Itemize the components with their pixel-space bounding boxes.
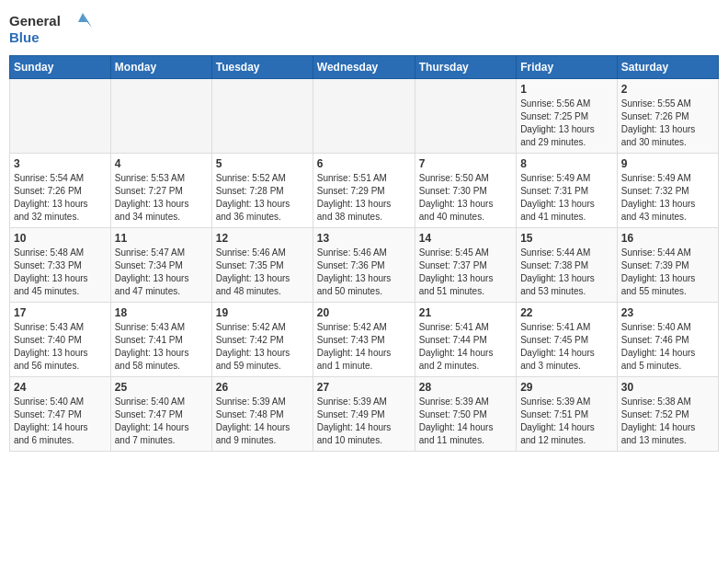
svg-text:General: General [9,13,61,29]
day-info: Sunrise: 5:43 AM Sunset: 7:41 PM Dayligh… [115,321,208,373]
day-number: 22 [520,306,613,319]
calendar-week-row: 10Sunrise: 5:48 AM Sunset: 7:33 PM Dayli… [10,228,719,303]
calendar-cell: 22Sunrise: 5:41 AM Sunset: 7:45 PM Dayli… [517,303,618,377]
day-number: 29 [520,381,613,394]
day-number: 15 [520,232,613,245]
calendar-cell: 9Sunrise: 5:49 AM Sunset: 7:32 PM Daylig… [617,154,718,228]
day-number: 19 [216,306,309,319]
day-info: Sunrise: 5:43 AM Sunset: 7:40 PM Dayligh… [14,321,107,373]
svg-marker-3 [78,13,87,22]
day-info: Sunrise: 5:39 AM Sunset: 7:50 PM Dayligh… [419,396,512,447]
day-info: Sunrise: 5:49 AM Sunset: 7:31 PM Dayligh… [520,172,613,224]
day-number: 20 [317,306,411,319]
day-number: 23 [621,306,714,319]
day-number: 30 [621,381,714,394]
weekday-header-wednesday: Wednesday [313,56,415,79]
calendar-cell: 6Sunrise: 5:51 AM Sunset: 7:29 PM Daylig… [313,154,415,228]
day-info: Sunrise: 5:47 AM Sunset: 7:34 PM Dayligh… [115,247,208,298]
calendar-cell: 16Sunrise: 5:44 AM Sunset: 7:39 PM Dayli… [617,228,718,303]
day-number: 2 [621,83,714,96]
day-number: 8 [520,157,613,170]
day-info: Sunrise: 5:39 AM Sunset: 7:51 PM Dayligh… [520,396,613,447]
day-info: Sunrise: 5:46 AM Sunset: 7:35 PM Dayligh… [216,247,309,298]
calendar-cell: 11Sunrise: 5:47 AM Sunset: 7:34 PM Dayli… [110,228,211,303]
calendar-cell: 26Sunrise: 5:39 AM Sunset: 7:48 PM Dayli… [211,377,313,452]
day-info: Sunrise: 5:41 AM Sunset: 7:45 PM Dayligh… [520,321,613,373]
day-info: Sunrise: 5:44 AM Sunset: 7:38 PM Dayligh… [520,247,613,298]
calendar-cell: 3Sunrise: 5:54 AM Sunset: 7:26 PM Daylig… [10,154,111,228]
calendar-cell: 18Sunrise: 5:43 AM Sunset: 7:41 PM Dayli… [110,303,211,377]
calendar-cell: 12Sunrise: 5:46 AM Sunset: 7:35 PM Dayli… [211,228,313,303]
calendar-cell: 28Sunrise: 5:39 AM Sunset: 7:50 PM Dayli… [415,377,516,452]
day-number: 24 [14,381,107,394]
day-info: Sunrise: 5:39 AM Sunset: 7:48 PM Dayligh… [216,396,309,447]
day-info: Sunrise: 5:38 AM Sunset: 7:52 PM Dayligh… [621,396,714,447]
day-info: Sunrise: 5:45 AM Sunset: 7:37 PM Dayligh… [419,247,512,298]
day-number: 25 [115,381,208,394]
day-info: Sunrise: 5:39 AM Sunset: 7:49 PM Dayligh… [317,396,411,447]
calendar-table: SundayMondayTuesdayWednesdayThursdayFrid… [9,55,719,452]
calendar-cell: 21Sunrise: 5:41 AM Sunset: 7:44 PM Dayli… [415,303,516,377]
day-number: 18 [115,306,208,319]
calendar-cell: 2Sunrise: 5:55 AM Sunset: 7:26 PM Daylig… [617,79,718,154]
svg-text:Blue: Blue [9,29,40,45]
day-number: 28 [419,381,512,394]
logo-svg: General Blue [9,9,92,48]
calendar-cell: 20Sunrise: 5:42 AM Sunset: 7:43 PM Dayli… [313,303,415,377]
weekday-header-friday: Friday [517,56,618,79]
day-info: Sunrise: 5:46 AM Sunset: 7:36 PM Dayligh… [317,247,411,298]
weekday-header-monday: Monday [110,56,211,79]
page-header: General Blue [9,9,719,48]
day-info: Sunrise: 5:51 AM Sunset: 7:29 PM Dayligh… [317,172,411,224]
weekday-header-thursday: Thursday [415,56,516,79]
calendar-cell: 8Sunrise: 5:49 AM Sunset: 7:31 PM Daylig… [517,154,618,228]
calendar-cell: 7Sunrise: 5:50 AM Sunset: 7:30 PM Daylig… [415,154,516,228]
calendar-cell: 5Sunrise: 5:52 AM Sunset: 7:28 PM Daylig… [211,154,313,228]
calendar-cell: 27Sunrise: 5:39 AM Sunset: 7:49 PM Dayli… [313,377,415,452]
calendar-cell [10,79,111,154]
calendar-cell: 10Sunrise: 5:48 AM Sunset: 7:33 PM Dayli… [10,228,111,303]
day-info: Sunrise: 5:40 AM Sunset: 7:47 PM Dayligh… [115,396,208,447]
day-number: 14 [419,232,512,245]
day-info: Sunrise: 5:44 AM Sunset: 7:39 PM Dayligh… [621,247,714,298]
calendar-week-row: 17Sunrise: 5:43 AM Sunset: 7:40 PM Dayli… [10,303,719,377]
calendar-cell: 1Sunrise: 5:56 AM Sunset: 7:25 PM Daylig… [517,79,618,154]
day-info: Sunrise: 5:54 AM Sunset: 7:26 PM Dayligh… [14,172,107,224]
calendar-cell: 30Sunrise: 5:38 AM Sunset: 7:52 PM Dayli… [617,377,718,452]
calendar-cell: 23Sunrise: 5:40 AM Sunset: 7:46 PM Dayli… [617,303,718,377]
day-info: Sunrise: 5:42 AM Sunset: 7:43 PM Dayligh… [317,321,411,373]
day-number: 21 [419,306,512,319]
calendar-cell [110,79,211,154]
day-info: Sunrise: 5:52 AM Sunset: 7:28 PM Dayligh… [216,172,309,224]
day-info: Sunrise: 5:50 AM Sunset: 7:30 PM Dayligh… [419,172,512,224]
day-info: Sunrise: 5:56 AM Sunset: 7:25 PM Dayligh… [520,98,613,149]
calendar-cell: 13Sunrise: 5:46 AM Sunset: 7:36 PM Dayli… [313,228,415,303]
day-info: Sunrise: 5:40 AM Sunset: 7:47 PM Dayligh… [14,396,107,447]
day-number: 27 [317,381,411,394]
weekday-header-tuesday: Tuesday [211,56,313,79]
calendar-week-row: 3Sunrise: 5:54 AM Sunset: 7:26 PM Daylig… [10,154,719,228]
day-number: 3 [14,157,107,170]
calendar-cell: 24Sunrise: 5:40 AM Sunset: 7:47 PM Dayli… [10,377,111,452]
weekday-header-sunday: Sunday [10,56,111,79]
day-number: 13 [317,232,411,245]
weekday-header-saturday: Saturday [617,56,718,79]
calendar-week-row: 1Sunrise: 5:56 AM Sunset: 7:25 PM Daylig… [10,79,719,154]
day-number: 9 [621,157,714,170]
calendar-cell: 19Sunrise: 5:42 AM Sunset: 7:42 PM Dayli… [211,303,313,377]
day-info: Sunrise: 5:41 AM Sunset: 7:44 PM Dayligh… [419,321,512,373]
day-number: 12 [216,232,309,245]
day-info: Sunrise: 5:42 AM Sunset: 7:42 PM Dayligh… [216,321,309,373]
day-info: Sunrise: 5:49 AM Sunset: 7:32 PM Dayligh… [621,172,714,224]
calendar-cell: 14Sunrise: 5:45 AM Sunset: 7:37 PM Dayli… [415,228,516,303]
day-number: 17 [14,306,107,319]
calendar-cell [211,79,313,154]
calendar-cell [313,79,415,154]
day-info: Sunrise: 5:55 AM Sunset: 7:26 PM Dayligh… [621,98,714,149]
calendar-cell: 15Sunrise: 5:44 AM Sunset: 7:38 PM Dayli… [517,228,618,303]
calendar-cell: 29Sunrise: 5:39 AM Sunset: 7:51 PM Dayli… [517,377,618,452]
day-number: 6 [317,157,411,170]
day-number: 7 [419,157,512,170]
weekday-header-row: SundayMondayTuesdayWednesdayThursdayFrid… [10,56,719,79]
day-info: Sunrise: 5:48 AM Sunset: 7:33 PM Dayligh… [14,247,107,298]
